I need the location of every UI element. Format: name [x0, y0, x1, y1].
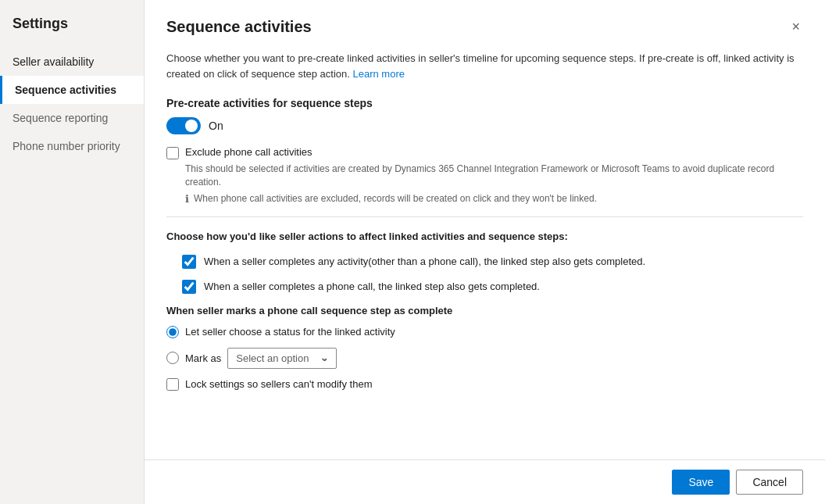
exclude-phone-checkbox[interactable]: [166, 147, 179, 159]
lock-settings-label[interactable]: Lock settings so sellers can't modify th…: [185, 378, 372, 390]
save-button[interactable]: Save: [672, 470, 730, 495]
lock-settings-row: Lock settings so sellers can't modify th…: [166, 378, 803, 391]
info-text: When phone call activities are excluded,…: [194, 192, 597, 206]
close-button[interactable]: ×: [788, 16, 803, 38]
lock-settings-checkbox[interactable]: [166, 378, 179, 391]
page-title: Sequence activities: [166, 18, 312, 36]
cancel-button[interactable]: Cancel: [736, 470, 803, 495]
main-panel: Sequence activities × Choose whether you…: [145, 0, 825, 504]
info-row: ℹ When phone call activities are exclude…: [185, 192, 803, 206]
sidebar-item-phone-number-priority[interactable]: Phone number priority: [0, 132, 144, 160]
panel-body: Choose whether you want to pre-create li…: [145, 48, 825, 459]
radio-label-1[interactable]: Let seller choose a status for the linke…: [185, 326, 395, 338]
sidebar-title: Settings: [0, 16, 144, 48]
linked-activity-label-1[interactable]: When a seller completes any activity(oth…: [204, 256, 645, 267]
linked-activity-checkbox-2[interactable]: [182, 280, 196, 294]
sidebar: Settings Seller availability Sequence ac…: [0, 0, 145, 504]
select-wrapper: Select an option ⌄: [227, 348, 337, 369]
panel-header: Sequence activities ×: [145, 0, 825, 48]
exclude-phone-subtext: This should be selected if activities ar…: [185, 163, 803, 189]
linked-activity-option-1: When a seller completes any activity(oth…: [182, 255, 803, 269]
linked-activity-checkbox-1[interactable]: [182, 255, 196, 269]
sidebar-item-sequence-activities[interactable]: Sequence activities: [0, 76, 144, 104]
panel-footer: Save Cancel: [145, 459, 825, 504]
linked-activity-label-2[interactable]: When a seller completes a phone call, th…: [204, 281, 540, 292]
linked-activity-option-2: When a seller completes a phone call, th…: [182, 280, 803, 294]
toggle-slider: [166, 117, 201, 134]
phone-call-section-label: When seller marks a phone call sequence …: [166, 305, 803, 316]
exclude-phone-label[interactable]: Exclude phone call activities: [185, 145, 312, 159]
radio-row-2: Mark as Select an option ⌄: [166, 348, 803, 369]
radio-label-2[interactable]: Mark as: [185, 352, 221, 364]
pre-create-toggle[interactable]: [166, 117, 201, 134]
toggle-on-label: On: [209, 120, 223, 132]
radio-input-2[interactable]: [166, 352, 179, 364]
status-select[interactable]: Select an option: [227, 348, 337, 369]
description-text: Choose whether you want to pre-create li…: [166, 48, 803, 81]
divider: [166, 216, 803, 217]
radio-input-1[interactable]: [166, 326, 179, 338]
toggle-row: On: [166, 117, 803, 134]
sidebar-item-sequence-reporting[interactable]: Sequence reporting: [0, 104, 144, 132]
radio-row-1: Let seller choose a status for the linke…: [166, 326, 803, 338]
learn-more-link[interactable]: Learn more: [353, 68, 405, 80]
info-icon: ℹ: [185, 193, 189, 205]
pre-create-label: Pre-create activities for sequence steps: [166, 97, 803, 109]
exclude-phone-row: Exclude phone call activities: [166, 145, 803, 159]
sidebar-item-seller-availability[interactable]: Seller availability: [0, 48, 144, 76]
linked-activities-question: Choose how you'd like seller actions to …: [166, 230, 803, 244]
